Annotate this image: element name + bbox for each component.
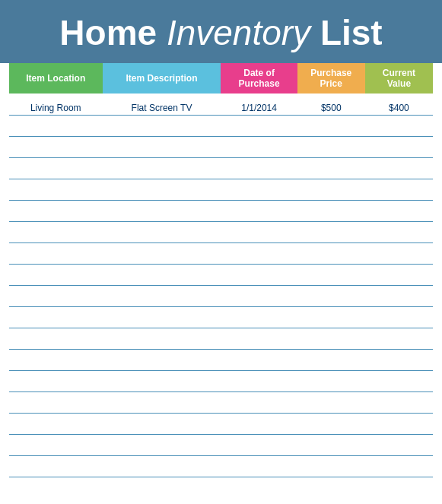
cell-date[interactable] [221, 391, 297, 413]
cell-date[interactable] [221, 221, 297, 242]
cell-description[interactable] [103, 157, 221, 179]
table-row [9, 285, 433, 306]
cell-description[interactable] [103, 136, 221, 157]
cell-location[interactable] [9, 370, 103, 391]
cell-current_value[interactable] [365, 157, 433, 179]
cell-purchase_price[interactable] [297, 115, 365, 136]
cell-description[interactable] [103, 455, 221, 477]
cell-location[interactable] [9, 136, 103, 157]
cell-description[interactable] [103, 328, 221, 349]
cell-purchase_price[interactable] [297, 349, 365, 370]
cell-purchase_price[interactable] [297, 434, 365, 455]
cell-date[interactable] [221, 413, 297, 434]
cell-location[interactable] [9, 242, 103, 264]
cell-description[interactable] [103, 306, 221, 328]
cell-location[interactable] [9, 434, 103, 455]
cell-current_value[interactable] [365, 306, 433, 328]
cell-purchase_price[interactable] [297, 136, 365, 157]
cell-description[interactable]: Flat Screen TV [103, 94, 221, 115]
cell-current_value[interactable]: $400 [365, 94, 433, 115]
cell-current_value[interactable] [365, 179, 433, 200]
cell-purchase_price[interactable] [297, 413, 365, 434]
cell-location[interactable] [9, 179, 103, 200]
cell-date[interactable] [221, 157, 297, 179]
cell-purchase_price[interactable] [297, 306, 365, 328]
cell-location[interactable] [9, 157, 103, 179]
cell-purchase_price[interactable] [297, 179, 365, 200]
cell-location[interactable] [9, 285, 103, 306]
cell-current_value[interactable] [365, 328, 433, 349]
cell-purchase_price[interactable] [297, 157, 365, 179]
cell-location[interactable] [9, 413, 103, 434]
cell-description[interactable] [103, 370, 221, 391]
cell-location[interactable] [9, 328, 103, 349]
cell-description[interactable] [103, 349, 221, 370]
cell-location[interactable] [9, 221, 103, 242]
table-row [9, 434, 433, 455]
cell-location[interactable] [9, 264, 103, 285]
cell-description[interactable] [103, 413, 221, 434]
page-header: Home Inventory List [0, 0, 442, 63]
cell-date[interactable] [221, 370, 297, 391]
cell-date[interactable] [221, 115, 297, 136]
cell-current_value[interactable] [365, 434, 433, 455]
cell-description[interactable] [103, 115, 221, 136]
cell-purchase_price[interactable] [297, 264, 365, 285]
cell-location[interactable]: Living Room [9, 94, 103, 115]
cell-date[interactable] [221, 200, 297, 221]
table-row [9, 136, 433, 157]
table-header-row: Item Location Item Description Date ofPu… [9, 63, 433, 94]
cell-date[interactable] [221, 264, 297, 285]
cell-purchase_price[interactable] [297, 200, 365, 221]
cell-date[interactable]: 1/1/2014 [221, 94, 297, 115]
cell-current_value[interactable] [365, 413, 433, 434]
cell-current_value[interactable] [365, 285, 433, 306]
cell-purchase_price[interactable] [297, 285, 365, 306]
cell-date[interactable] [221, 179, 297, 200]
cell-location[interactable] [9, 455, 103, 477]
cell-location[interactable] [9, 200, 103, 221]
cell-location[interactable] [9, 391, 103, 413]
table-row [9, 115, 433, 136]
cell-current_value[interactable] [365, 200, 433, 221]
cell-date[interactable] [221, 136, 297, 157]
cell-location[interactable] [9, 115, 103, 136]
cell-date[interactable] [221, 306, 297, 328]
cell-description[interactable] [103, 391, 221, 413]
cell-purchase_price[interactable] [297, 455, 365, 477]
cell-current_value[interactable] [365, 264, 433, 285]
cell-description[interactable] [103, 285, 221, 306]
cell-purchase_price[interactable]: $500 [297, 94, 365, 115]
cell-description[interactable] [103, 200, 221, 221]
cell-purchase_price[interactable] [297, 221, 365, 242]
table-container: Item Location Item Description Date ofPu… [0, 63, 442, 487]
cell-purchase_price[interactable] [297, 328, 365, 349]
cell-description[interactable] [103, 221, 221, 242]
cell-current_value[interactable] [365, 391, 433, 413]
cell-current_value[interactable] [365, 221, 433, 242]
cell-current_value[interactable] [365, 242, 433, 264]
table-row [9, 413, 433, 434]
cell-current_value[interactable] [365, 370, 433, 391]
cell-date[interactable] [221, 285, 297, 306]
cell-location[interactable] [9, 349, 103, 370]
cell-location[interactable] [9, 306, 103, 328]
cell-current_value[interactable] [365, 349, 433, 370]
cell-purchase_price[interactable] [297, 391, 365, 413]
cell-current_value[interactable] [365, 115, 433, 136]
cell-date[interactable] [221, 434, 297, 455]
cell-purchase_price[interactable] [297, 370, 365, 391]
cell-date[interactable] [221, 455, 297, 477]
cell-description[interactable] [103, 242, 221, 264]
cell-purchase_price[interactable] [297, 242, 365, 264]
cell-date[interactable] [221, 242, 297, 264]
cell-current_value[interactable] [365, 136, 433, 157]
cell-description[interactable] [103, 264, 221, 285]
cell-description[interactable] [103, 179, 221, 200]
cell-date[interactable] [221, 328, 297, 349]
table-row [9, 200, 433, 221]
table-row [9, 328, 433, 349]
cell-current_value[interactable] [365, 455, 433, 477]
cell-description[interactable] [103, 434, 221, 455]
cell-date[interactable] [221, 349, 297, 370]
